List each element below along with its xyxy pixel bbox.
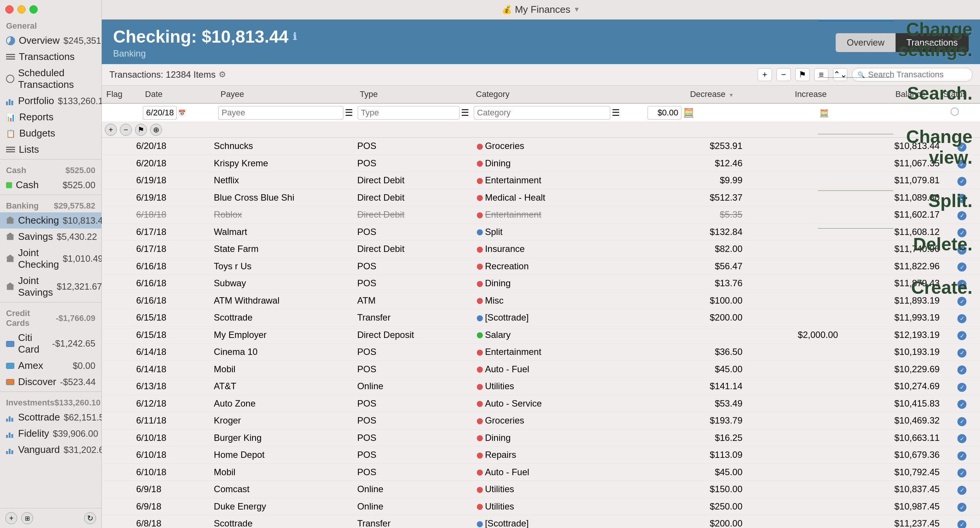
cell-type: Transfer — [353, 515, 472, 528]
sidebar-item-discover[interactable]: Discover -$523.44 — [0, 374, 102, 390]
sidebar-item-overview[interactable]: Overview $245,351.50 — [0, 32, 102, 49]
add-account-button[interactable]: + — [5, 512, 18, 524]
sidebar-item-scheduled[interactable]: Scheduled Transactions — [0, 65, 102, 93]
increase-calculator-icon[interactable]: 🧮 — [819, 109, 829, 117]
chevron-down-icon[interactable]: ▼ — [573, 6, 580, 14]
sidebar-item-joint-savings[interactable]: Joint Savings $12,321.67 — [0, 273, 102, 301]
edit-increase-cell[interactable]: 🧮 — [738, 103, 831, 122]
type-menu-icon[interactable]: ☰ — [461, 107, 469, 118]
edit-payee-cell[interactable]: ☰ — [216, 103, 355, 122]
overview-view-button[interactable]: Overview — [836, 33, 895, 52]
fidelity-icon — [6, 429, 14, 438]
edit-category-cell[interactable]: ☰ — [471, 103, 622, 122]
transactions-table[interactable]: Flag Date Payee Type Category — [102, 86, 980, 528]
payee-input[interactable] — [218, 106, 344, 120]
sidebar-item-budgets[interactable]: 📋 Budgets — [0, 125, 102, 142]
flag-button[interactable]: ⚑ — [795, 68, 810, 81]
table-row[interactable]: 6/14/18 Mobil POS Auto - Fuel $45.00 $10… — [102, 361, 980, 378]
add-row-button[interactable]: + — [105, 124, 117, 136]
table-row[interactable]: 6/8/18 Scottrade Transfer [Scottrade] $2… — [102, 515, 980, 528]
joint-savings-amount: $12,321.67 — [57, 281, 102, 292]
sidebar-item-citi[interactable]: Citi Card -$1,242.65 — [0, 330, 102, 357]
delete-row-button[interactable]: − — [120, 124, 132, 136]
edit-type-cell[interactable]: ☰ — [355, 103, 471, 122]
table-row[interactable]: 6/15/18 Scottrade Transfer [Scottrade] $… — [102, 309, 980, 327]
table-row[interactable]: 6/16/18 Toys r Us POS Recreation $56.47 … — [102, 258, 980, 275]
type-input[interactable] — [358, 106, 460, 120]
cc-label: Credit Cards — [6, 308, 56, 328]
table-row[interactable]: 6/20/18 Schnucks POS Groceries $253.91 $… — [102, 138, 980, 155]
cell-decrease: $141.14 — [651, 378, 747, 395]
table-row[interactable]: 6/9/18 Comcast Online Utilities $150.00 … — [102, 481, 980, 498]
table-row[interactable]: 6/18/18 Roblox Direct Debit Entertainmen… — [102, 206, 980, 223]
table-row[interactable]: 6/15/18 My Employer Direct Deposit Salar… — [102, 326, 980, 344]
maximize-button[interactable] — [29, 5, 38, 14]
table-row[interactable]: 6/16/18 Subway POS Dining $13.76 $11,879… — [102, 275, 980, 292]
minimize-button[interactable] — [18, 5, 25, 14]
table-row[interactable]: 6/11/18 Kroger POS Groceries $193.79 $10… — [102, 412, 980, 429]
table-row[interactable]: 6/17/18 Walmart POS Split $132.84 $11,60… — [102, 223, 980, 241]
remove-transaction-button[interactable]: − — [776, 68, 791, 81]
sidebar-item-scottrade[interactable]: Scottrade $62,151.50 — [0, 409, 102, 426]
table-row[interactable]: 6/17/18 State Farm Direct Debit Insuranc… — [102, 241, 980, 258]
sort-view-button[interactable]: ⌃⌄ — [833, 68, 847, 81]
sidebar-bottom: + ⊞ ↻ — [0, 508, 102, 528]
sidebar-item-savings[interactable]: Savings $5,430.22 — [0, 228, 102, 245]
col-header-category[interactable]: Category — [471, 86, 622, 103]
sidebar-item-checking[interactable]: Checking $10,813.44 — [0, 212, 102, 228]
col-header-type[interactable]: Type — [355, 86, 471, 103]
sidebar-item-fidelity[interactable]: Fidelity $39,906.00 — [0, 426, 102, 442]
account-settings-button[interactable]: ⊞ — [21, 512, 33, 524]
split-row-button[interactable]: ⊕ — [150, 124, 162, 136]
col-header-flag[interactable]: Flag — [102, 86, 141, 103]
cell-empty — [628, 189, 651, 206]
table-body: 📅 ☰ ☰ — [102, 103, 980, 138]
col-header-payee[interactable]: Payee — [216, 86, 355, 103]
table-row[interactable]: 6/10/18 Home Depot POS Repairs $113.09 $… — [102, 447, 980, 464]
amount-input[interactable] — [648, 106, 681, 120]
close-button[interactable] — [5, 5, 14, 14]
info-icon[interactable]: ℹ — [293, 31, 297, 43]
sidebar-item-reports[interactable]: 📊 Reports — [0, 109, 102, 125]
category-menu-icon[interactable]: ☰ — [612, 107, 620, 118]
calculator-icon[interactable]: 🧮 — [683, 107, 694, 118]
sidebar-item-vanguard[interactable]: Vanguard $31,202.60 — [0, 442, 102, 458]
table-row[interactable]: 6/16/18 ATM Withdrawal ATM Misc $100.00 … — [102, 292, 980, 309]
flag-row-button[interactable]: ⚑ — [135, 124, 147, 136]
table-row[interactable]: 6/19/18 Blue Cross Blue Shi Direct Debit… — [102, 189, 980, 206]
col-header-decrease[interactable]: Decrease ▼ — [645, 86, 738, 103]
sidebar-item-lists[interactable]: Lists — [0, 142, 102, 158]
pie-chart-icon — [6, 36, 15, 45]
col-header-increase[interactable]: Increase — [738, 86, 831, 103]
sidebar-item-amex[interactable]: Amex $0.00 — [0, 357, 102, 374]
sidebar-item-transactions[interactable]: Transactions — [0, 49, 102, 65]
table-row[interactable]: 6/10/18 Mobil POS Auto - Fuel $45.00 $10… — [102, 464, 980, 481]
edit-decrease-cell[interactable]: 🧮 — [645, 103, 738, 122]
date-input[interactable] — [143, 106, 177, 120]
cell-decrease: $150.00 — [651, 481, 747, 498]
edit-row[interactable]: 📅 ☰ ☰ — [102, 103, 980, 122]
table-row[interactable]: 6/13/18 AT&T Online Utilities $141.14 $1… — [102, 378, 980, 395]
table-row[interactable]: 6/10/18 Burger King POS Dining $16.25 $1… — [102, 429, 980, 447]
edit-date-cell[interactable]: 📅 — [141, 103, 216, 122]
list-view-button[interactable]: ≡ — [814, 68, 829, 81]
sidebar-item-portfolio[interactable]: Portfolio $133,260.10 — [0, 93, 102, 109]
payee-menu-icon[interactable]: ☰ — [345, 107, 353, 118]
table-row[interactable]: 6/20/18 Krispy Kreme POS Dining $12.46 $… — [102, 155, 980, 172]
table-row[interactable]: 6/12/18 Auto Zone POS Auto - Service $53… — [102, 395, 980, 412]
table-row[interactable]: 6/14/18 Cinema 10 POS Entertainment $36.… — [102, 344, 980, 361]
sidebar-item-cash[interactable]: Cash $525.00 — [0, 177, 102, 193]
table-row[interactable]: 6/19/18 Netflix Direct Debit Entertainme… — [102, 172, 980, 189]
table-row[interactable]: 6/9/18 Duke Energy Online Utilities $250… — [102, 498, 980, 515]
reports-label: Reports — [19, 111, 95, 123]
sidebar-item-joint-checking[interactable]: Joint Checking $1,010.49 — [0, 245, 102, 273]
refresh-button[interactable]: ↻ — [84, 512, 96, 524]
cell-payee: Mobil — [209, 361, 352, 378]
cell-balance: $10,987.45 — [842, 498, 944, 515]
settings-gear-icon[interactable]: ⚙ — [219, 70, 226, 80]
calendar-icon[interactable]: 📅 — [178, 109, 186, 116]
col-header-date[interactable]: Date — [141, 86, 216, 103]
category-input[interactable] — [474, 106, 610, 120]
add-transaction-button[interactable]: + — [757, 68, 772, 81]
cash-icon — [6, 179, 12, 191]
